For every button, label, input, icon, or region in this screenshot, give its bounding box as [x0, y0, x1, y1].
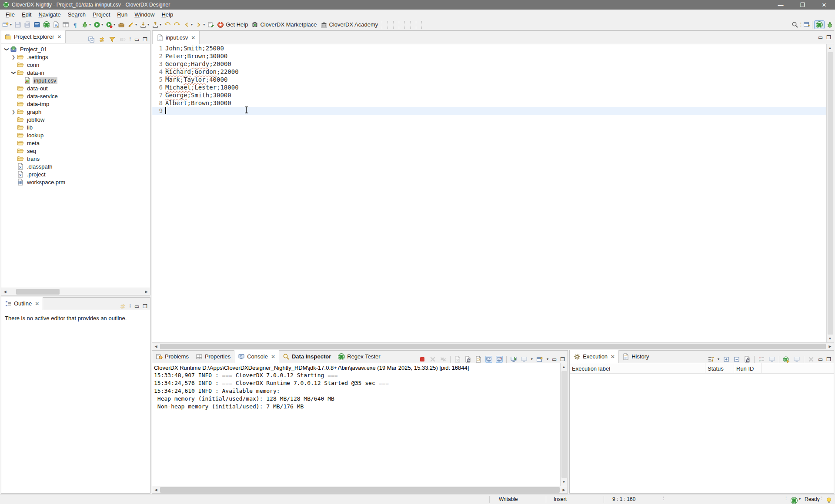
minimize-view-icon[interactable]: ▭ — [552, 356, 557, 362]
chevron-expanded-icon[interactable]: ❯ — [11, 69, 16, 76]
lock-tree-icon[interactable] — [744, 356, 751, 363]
vscroll-thumb[interactable] — [561, 371, 567, 478]
tree-item-trans[interactable]: trans — [1, 155, 150, 162]
life-ring-button[interactable]: Get Help — [216, 20, 250, 30]
scroll-down-icon[interactable]: ▼ — [826, 335, 834, 342]
code-line-9[interactable]: 9 — [152, 107, 826, 115]
console-vscrollbar[interactable]: ▲ ▼ — [560, 363, 568, 486]
search-icon[interactable] — [792, 21, 798, 28]
scroll-left-icon[interactable]: ◀ — [1, 288, 9, 295]
code-line-8[interactable]: 8Albert;Brown;30000 — [152, 99, 826, 107]
scroll-right-icon[interactable]: ▶ — [560, 486, 568, 494]
chevron-down-icon[interactable]: ▾ — [160, 23, 161, 27]
chevron-collapsed-icon[interactable]: ❯ — [10, 55, 17, 60]
scroll-down-icon[interactable]: ▼ — [560, 478, 568, 486]
tree-item--project[interactable]: X.project — [1, 170, 150, 178]
tree-item-data-service[interactable]: data-service — [1, 92, 150, 100]
chevron-down-icon[interactable]: ▾ — [10, 23, 12, 27]
tree-item-project-01[interactable]: ❯Project_01 — [1, 45, 150, 53]
scroll-left-icon[interactable]: ◀ — [152, 343, 160, 350]
exec-filter-icon[interactable] — [707, 356, 714, 363]
close-icon[interactable]: ✕ — [610, 354, 615, 360]
tree-item-jobflow[interactable]: jobflow — [1, 116, 150, 123]
view-menu-icon[interactable]: ⁞ — [130, 303, 131, 309]
editor-vscrollbar[interactable]: ▲ ▼ — [826, 44, 834, 342]
vscroll-thumb[interactable] — [828, 52, 833, 335]
filter-icon[interactable] — [109, 36, 116, 43]
tab-console[interactable]: Console✕ — [234, 350, 279, 363]
link-icon[interactable] — [119, 303, 126, 310]
runtime-clover-icon[interactable] — [791, 496, 798, 504]
hscroll-thumb[interactable] — [160, 344, 826, 349]
tab-problems[interactable]: Problems — [152, 350, 192, 363]
run-button[interactable]: ▾ — [92, 20, 104, 30]
scroll-right-icon[interactable]: ▶ — [826, 343, 834, 350]
tree-item-graph[interactable]: ❯graph — [1, 108, 150, 116]
show-stdout-icon[interactable] — [485, 356, 492, 363]
close-icon[interactable]: ✕ — [56, 34, 61, 40]
menu-search[interactable]: Search — [64, 10, 89, 19]
chevron-down-icon[interactable]: ▾ — [191, 23, 193, 27]
pin-console-icon[interactable] — [510, 356, 517, 363]
toolbox-button[interactable] — [117, 20, 126, 30]
pilcrow-button[interactable]: ¶ — [70, 20, 80, 30]
tree-item-seq[interactable]: seq — [1, 147, 150, 155]
close-icon[interactable]: ✕ — [34, 301, 39, 307]
debug-button[interactable]: ▾ — [80, 20, 92, 30]
tree-item-lookup[interactable]: lookup — [1, 131, 150, 139]
view-menu-icon[interactable]: ⁞ — [130, 36, 131, 43]
link-with-editor-icon[interactable] — [98, 36, 105, 43]
tab-project-explorer[interactable]: Project Explorer ✕ — [1, 30, 66, 43]
tab-regex-tester[interactable]: Regex Tester — [334, 350, 384, 363]
maximize-view-icon[interactable]: ❒ — [143, 303, 147, 309]
menu-window[interactable]: Window — [131, 10, 158, 19]
tree-item-data-in[interactable]: ❯data-in — [1, 69, 150, 76]
hscroll-thumb[interactable] — [16, 289, 60, 295]
menu-file[interactable]: File — [2, 10, 18, 19]
debug-perspective-icon[interactable] — [826, 21, 833, 28]
back-button[interactable]: ▾ — [182, 20, 194, 30]
redo-button[interactable] — [172, 20, 182, 30]
tab-history[interactable]: History — [619, 350, 652, 363]
tree-item--classpath[interactable]: X.classpath — [1, 162, 150, 170]
show-stderr-icon[interactable] — [496, 356, 503, 363]
tab-properties[interactable]: Properties — [192, 350, 234, 363]
open-perspective-icon[interactable] — [803, 21, 810, 28]
chevron-down-icon[interactable]: ▾ — [114, 23, 115, 27]
refresh-doc-button[interactable] — [51, 20, 61, 30]
clover-graph-button[interactable] — [42, 20, 51, 30]
menu-project[interactable]: Project — [89, 10, 114, 19]
maximize-editor-icon[interactable]: ❒ — [826, 34, 831, 40]
forward-button[interactable]: ▾ — [194, 20, 206, 30]
collapse-all-icon[interactable] — [88, 36, 95, 43]
maximize-view-icon[interactable]: ❒ — [143, 36, 147, 43]
code-line-5[interactable]: 5Mark;Taylor;40000 — [152, 76, 826, 83]
open-console-icon[interactable] — [536, 356, 543, 363]
minimize-window-button[interactable]: — — [770, 0, 792, 10]
tree-item-lib[interactable]: lib — [1, 123, 150, 131]
console-view-button[interactable] — [32, 20, 42, 30]
chevron-down-icon[interactable]: ▾ — [531, 358, 533, 361]
close-icon[interactable]: ✕ — [190, 35, 195, 41]
chevron-down-icon[interactable]: ▾ — [135, 23, 137, 27]
column-header-run-id[interactable]: Run ID — [734, 363, 762, 374]
menu-run[interactable]: Run — [114, 10, 131, 19]
lightbulb-icon[interactable] — [825, 496, 832, 504]
tree-item-data-tmp[interactable]: data-tmp — [1, 100, 150, 108]
chevron-down-icon[interactable]: ▾ — [547, 358, 548, 361]
code-line-1[interactable]: 1John;Smith;25000 — [152, 44, 826, 52]
code-line-4[interactable]: 4Richard;Gordon;22000 — [152, 68, 826, 76]
scroll-right-icon[interactable]: ▶ — [143, 288, 150, 295]
maximize-view-icon[interactable]: ❒ — [826, 356, 831, 362]
code-line-6[interactable]: 6Michael;Lester;18000 — [152, 83, 826, 91]
scroll-left-icon[interactable]: ◀ — [152, 486, 160, 494]
tab-outline[interactable]: Outline ✕ — [1, 297, 43, 310]
menu-help[interactable]: Help — [158, 10, 177, 19]
undo-button[interactable] — [163, 20, 172, 30]
academy-button[interactable]: CloverDX Academy — [319, 20, 381, 30]
remove-launch-icon[interactable] — [429, 356, 436, 363]
editor-hscrollbar[interactable]: ◀ ▶ — [152, 342, 834, 350]
column-header-execution-label[interactable]: Execution label — [570, 363, 705, 374]
tree-item-input-csv[interactable]: input.csv — [1, 76, 150, 84]
scroll-lock-icon[interactable] — [464, 356, 471, 363]
